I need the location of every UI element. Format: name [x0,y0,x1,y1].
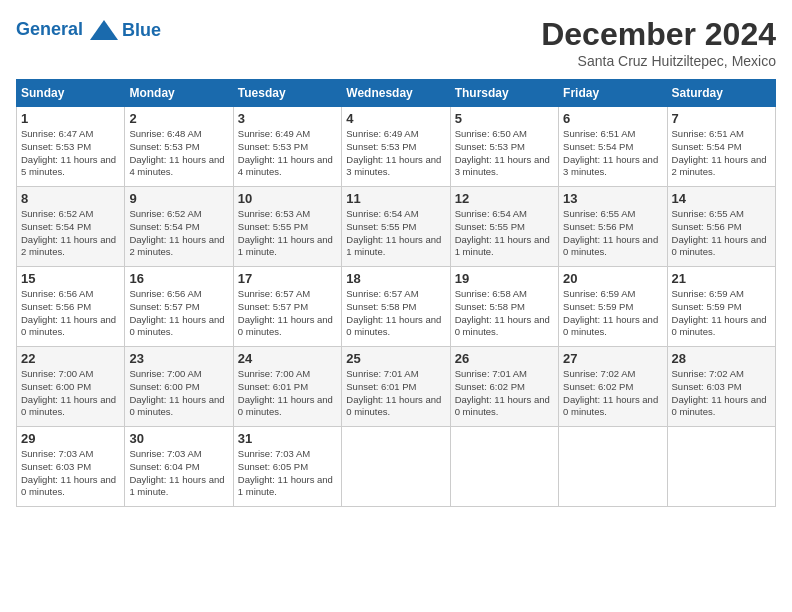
calendar-week-row: 22 Sunrise: 7:00 AMSunset: 6:00 PMDaylig… [17,347,776,427]
table-row: 13 Sunrise: 6:55 AMSunset: 5:56 PMDaylig… [559,187,667,267]
calendar-week-row: 29 Sunrise: 7:03 AMSunset: 6:03 PMDaylig… [17,427,776,507]
col-wednesday: Wednesday [342,80,450,107]
table-row: 10 Sunrise: 6:53 AMSunset: 5:55 PMDaylig… [233,187,341,267]
col-saturday: Saturday [667,80,775,107]
table-row: 7 Sunrise: 6:51 AMSunset: 5:54 PMDayligh… [667,107,775,187]
empty-cell [342,427,450,507]
table-row: 5 Sunrise: 6:50 AMSunset: 5:53 PMDayligh… [450,107,558,187]
logo-blue: Blue [122,20,161,41]
calendar-header-row: Sunday Monday Tuesday Wednesday Thursday… [17,80,776,107]
table-row: 1 Sunrise: 6:47 AMSunset: 5:53 PMDayligh… [17,107,125,187]
table-row: 4 Sunrise: 6:49 AMSunset: 5:53 PMDayligh… [342,107,450,187]
table-row: 6 Sunrise: 6:51 AMSunset: 5:54 PMDayligh… [559,107,667,187]
calendar-week-row: 1 Sunrise: 6:47 AMSunset: 5:53 PMDayligh… [17,107,776,187]
table-row: 18 Sunrise: 6:57 AMSunset: 5:58 PMDaylig… [342,267,450,347]
table-row: 12 Sunrise: 6:54 AMSunset: 5:55 PMDaylig… [450,187,558,267]
svg-marker-0 [90,20,118,40]
calendar-table: Sunday Monday Tuesday Wednesday Thursday… [16,79,776,507]
col-monday: Monday [125,80,233,107]
table-row: 23 Sunrise: 7:00 AMSunset: 6:00 PMDaylig… [125,347,233,427]
table-row: 25 Sunrise: 7:01 AMSunset: 6:01 PMDaylig… [342,347,450,427]
table-row: 29 Sunrise: 7:03 AMSunset: 6:03 PMDaylig… [17,427,125,507]
table-row: 2 Sunrise: 6:48 AMSunset: 5:53 PMDayligh… [125,107,233,187]
table-row: 16 Sunrise: 6:56 AMSunset: 5:57 PMDaylig… [125,267,233,347]
month-year-title: December 2024 [541,16,776,53]
table-row: 11 Sunrise: 6:54 AMSunset: 5:55 PMDaylig… [342,187,450,267]
table-row: 24 Sunrise: 7:00 AMSunset: 6:01 PMDaylig… [233,347,341,427]
logo-general: General [16,19,83,39]
table-row: 27 Sunrise: 7:02 AMSunset: 6:02 PMDaylig… [559,347,667,427]
table-row: 8 Sunrise: 6:52 AMSunset: 5:54 PMDayligh… [17,187,125,267]
calendar-week-row: 8 Sunrise: 6:52 AMSunset: 5:54 PMDayligh… [17,187,776,267]
table-row: 21 Sunrise: 6:59 AMSunset: 5:59 PMDaylig… [667,267,775,347]
empty-cell [559,427,667,507]
logo: General Blue [16,16,161,44]
table-row: 14 Sunrise: 6:55 AMSunset: 5:56 PMDaylig… [667,187,775,267]
calendar-title-area: December 2024 Santa Cruz Huitziltepec, M… [541,16,776,69]
table-row: 26 Sunrise: 7:01 AMSunset: 6:02 PMDaylig… [450,347,558,427]
table-row: 20 Sunrise: 6:59 AMSunset: 5:59 PMDaylig… [559,267,667,347]
col-friday: Friday [559,80,667,107]
table-row: 30 Sunrise: 7:03 AMSunset: 6:04 PMDaylig… [125,427,233,507]
table-row: 3 Sunrise: 6:49 AMSunset: 5:53 PMDayligh… [233,107,341,187]
col-thursday: Thursday [450,80,558,107]
table-row: 17 Sunrise: 6:57 AMSunset: 5:57 PMDaylig… [233,267,341,347]
col-sunday: Sunday [17,80,125,107]
table-row: 22 Sunrise: 7:00 AMSunset: 6:00 PMDaylig… [17,347,125,427]
table-row: 15 Sunrise: 6:56 AMSunset: 5:56 PMDaylig… [17,267,125,347]
empty-cell [450,427,558,507]
location-subtitle: Santa Cruz Huitziltepec, Mexico [541,53,776,69]
table-row: 28 Sunrise: 7:02 AMSunset: 6:03 PMDaylig… [667,347,775,427]
page-header: General Blue December 2024 Santa Cruz Hu… [16,16,776,69]
table-row: 19 Sunrise: 6:58 AMSunset: 5:58 PMDaylig… [450,267,558,347]
table-row: 31 Sunrise: 7:03 AMSunset: 6:05 PMDaylig… [233,427,341,507]
col-tuesday: Tuesday [233,80,341,107]
table-row: 9 Sunrise: 6:52 AMSunset: 5:54 PMDayligh… [125,187,233,267]
calendar-week-row: 15 Sunrise: 6:56 AMSunset: 5:56 PMDaylig… [17,267,776,347]
empty-cell [667,427,775,507]
